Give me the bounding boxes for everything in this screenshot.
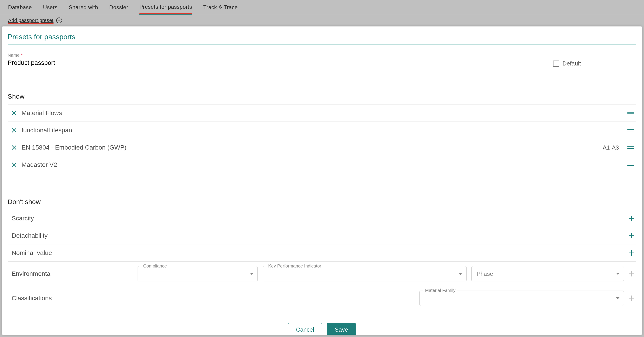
show-item: functionalLifespan [8,122,636,139]
dont-show-item-label: Nominal Value [12,249,624,256]
chevron-down-icon [250,273,254,275]
drag-handle-icon[interactable] [628,146,634,149]
dont-show-item: Nominal Value [8,244,636,261]
dont-show-item: Detachability [8,227,636,244]
compliance-select[interactable]: Compliance [138,266,258,281]
name-input[interactable] [8,58,539,68]
classifications-label: Classifications [12,295,119,302]
show-item: EN 15804 - Embodied Carbon (GWP) A1-A3 [8,139,636,156]
drag-handle-icon[interactable] [628,111,634,115]
add-icon[interactable] [629,216,634,221]
select-value: Phase [476,270,493,277]
tab-presets-for-passports[interactable]: Presets for passports [140,0,192,15]
kpi-select[interactable]: Key Performance Indicator [262,266,466,281]
tab-bar: Database Users Shared with Dossier Prese… [0,0,644,14]
checkbox-icon[interactable] [553,61,559,67]
tab-dossier[interactable]: Dossier [109,0,128,14]
name-label: Name * [8,53,539,58]
select-label: Material Family [423,288,457,293]
add-icon[interactable] [629,233,634,238]
material-family-select[interactable]: Material Family [420,290,624,306]
drag-handle-icon[interactable] [628,163,634,167]
select-label: Compliance [142,263,169,269]
chevron-down-icon [616,273,620,275]
select-label: Key Performance Indicator [266,263,323,269]
classifications-row: Classifications Material Family [8,286,636,310]
add-icon[interactable] [629,250,634,256]
environmental-label: Environmental [12,270,119,277]
add-icon [629,295,634,301]
sub-toolbar: Add passport preset + [0,14,644,27]
modal-title: Presets for passports [8,32,636,45]
phase-select[interactable]: Phase [472,266,624,281]
remove-icon[interactable] [12,128,16,133]
default-checkbox-wrap[interactable]: Default [553,60,581,67]
preset-modal: Presets for passports Name * Default Sho… [2,27,642,335]
tab-users[interactable]: Users [43,0,58,14]
show-heading: Show [8,93,636,100]
environmental-row: Environmental Compliance Key Performance… [8,261,636,286]
dont-show-heading: Don't show [8,198,636,206]
dont-show-item-label: Detachability [12,232,624,239]
add-icon [629,271,634,276]
show-item-label: functionalLifespan [22,127,622,134]
tab-database[interactable]: Database [8,0,32,14]
save-button[interactable]: Save [327,323,356,335]
remove-icon[interactable] [12,145,16,150]
show-item-label: EN 15804 - Embodied Carbon (GWP) [22,144,598,151]
add-icon[interactable]: + [56,18,62,23]
modal-actions: Cancel Save [8,323,636,335]
show-item: Madaster V2 [8,156,636,173]
add-passport-preset-link[interactable]: Add passport preset [8,18,54,23]
default-label: Default [562,60,581,67]
show-item: Material Flows [8,104,636,122]
cancel-button[interactable]: Cancel [288,323,322,335]
tab-shared-with[interactable]: Shared with [69,0,98,14]
chevron-down-icon [616,297,620,299]
dont-show-item-label: Scarcity [12,215,624,222]
dont-show-item: Scarcity [8,210,636,227]
remove-icon[interactable] [12,162,16,167]
tab-track-trace[interactable]: Track & Trace [203,0,238,14]
remove-icon[interactable] [12,111,16,116]
show-item-label: Madaster V2 [22,161,622,168]
phase-badge: A1-A3 [603,144,619,151]
show-item-label: Material Flows [22,109,622,117]
chevron-down-icon [459,273,462,275]
drag-handle-icon[interactable] [628,129,634,132]
